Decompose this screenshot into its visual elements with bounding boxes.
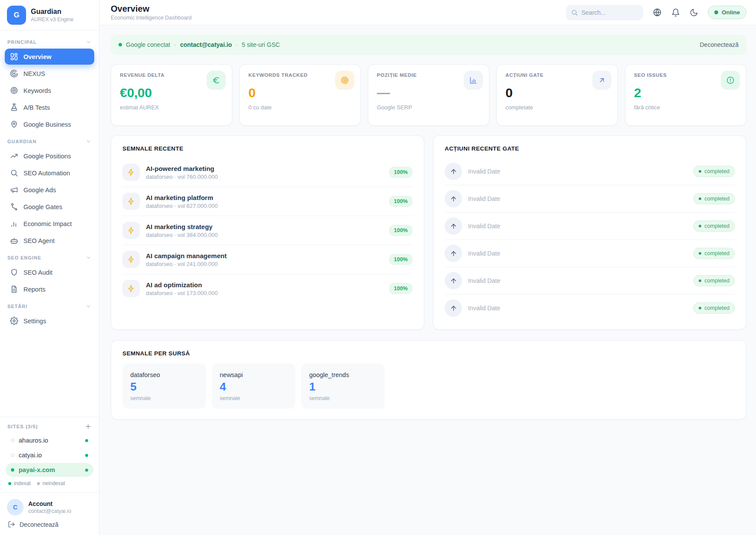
route-icon bbox=[10, 203, 18, 211]
panel-title: ACȚIUNI RECENTE GATE bbox=[445, 145, 735, 152]
bar-chart-icon bbox=[10, 220, 18, 228]
stat-sub: 0 cu date bbox=[248, 104, 352, 111]
signal-row[interactable]: AI campaign management dataforseo · vol … bbox=[122, 245, 413, 274]
gate-action-row[interactable]: Invalid Date completed bbox=[445, 213, 735, 240]
arrow-up-right-icon bbox=[592, 71, 611, 90]
signals-per-source-panel: SEMNALE PER SURSĂ dataforseo 5 semnale n… bbox=[111, 340, 746, 420]
topbar: Overview Economic Intelligence Dashboard bbox=[99, 0, 756, 25]
gate-action-date: Invalid Date bbox=[468, 250, 500, 257]
section-label: GUARDIAN bbox=[7, 139, 36, 144]
target-icon bbox=[10, 86, 18, 95]
signal-score-badge: 100% bbox=[389, 196, 413, 207]
arrow-up-icon bbox=[445, 190, 462, 207]
source-name: newsapi bbox=[220, 371, 287, 378]
arrow-up-icon bbox=[445, 245, 462, 262]
sidebar-item-nexus[interactable]: NEXUS bbox=[5, 66, 94, 82]
sidebar-item-label: SEO Audit bbox=[23, 269, 53, 276]
layout-grid-icon bbox=[10, 53, 18, 61]
trending-up-icon bbox=[10, 152, 18, 160]
sidebar-item-reports[interactable]: Reports bbox=[5, 281, 94, 297]
sidebar-item-label: Google Ads bbox=[23, 187, 56, 194]
banner-email[interactable]: contact@catyai.io bbox=[180, 41, 232, 48]
status-badge-completed: completed bbox=[693, 166, 735, 177]
sidebar-item-ab-tests[interactable]: A/B Tests bbox=[5, 99, 94, 115]
sidebar-item-overview[interactable]: Overview bbox=[5, 49, 94, 65]
signal-meta: dataforseo · vol 760.000.000 bbox=[146, 174, 218, 180]
signal-row[interactable]: AI ad optimization dataforseo · vol 173.… bbox=[122, 274, 413, 303]
search-input[interactable] bbox=[581, 9, 634, 16]
disconnect-button[interactable]: Deconectează bbox=[700, 41, 739, 48]
signal-row[interactable]: AI marketing strategy dataforseo · vol 3… bbox=[122, 216, 413, 245]
online-dot-icon bbox=[714, 10, 718, 14]
nav-section-guardian[interactable]: GUARDIAN bbox=[5, 133, 94, 148]
connected-dot-icon bbox=[119, 43, 122, 46]
stat-card-actiuni-gate: ACȚIUNI GATE 0 completate bbox=[496, 64, 618, 126]
stat-cards: REVENUE DELTA €0,00 estimat AUREX KEYWOR… bbox=[111, 64, 746, 126]
gate-action-row[interactable]: Invalid Date completed bbox=[445, 295, 735, 322]
gate-action-row[interactable]: Invalid Date completed bbox=[445, 158, 735, 185]
stat-sub: completate bbox=[505, 104, 609, 111]
nav-section-seo-engine[interactable]: SEO ENGINE bbox=[5, 249, 94, 264]
site-row-ahauros[interactable]: ahauros.io bbox=[6, 433, 93, 447]
sidebar-item-seo-automation[interactable]: SEO Automation bbox=[5, 165, 94, 181]
bell-icon[interactable] bbox=[671, 8, 680, 17]
globe-icon[interactable] bbox=[653, 8, 662, 17]
source-count: 4 bbox=[220, 380, 287, 394]
sidebar-item-label: A/B Tests bbox=[23, 104, 50, 111]
zap-icon bbox=[122, 164, 140, 181]
sidebar-item-economic-impact[interactable]: Economic Impact bbox=[5, 216, 94, 232]
sidebar-item-google-ads[interactable]: Google Ads bbox=[5, 182, 94, 198]
page-title: Overview bbox=[111, 4, 191, 13]
search-icon bbox=[571, 9, 578, 16]
completed-dot-icon bbox=[699, 225, 701, 227]
site-row-payai-x[interactable]: payai-x.com bbox=[6, 463, 93, 477]
indexed-dot-icon bbox=[85, 469, 88, 472]
arrow-up-icon bbox=[445, 272, 462, 289]
moon-icon[interactable] bbox=[690, 8, 698, 17]
legend-not-indexed-label: neindexat bbox=[43, 480, 65, 486]
source-card-newsapi: newsapi 4 semnale bbox=[212, 364, 295, 409]
chevron-down-icon bbox=[86, 303, 92, 309]
indexed-legend-dot-icon bbox=[8, 482, 11, 485]
panels-row: SEMNALE RECENTE AI-powered marketing dat… bbox=[111, 135, 746, 330]
banner-sites-text: 5 site-uri GSC bbox=[242, 41, 280, 48]
signal-row[interactable]: AI marketing platform dataforseo · vol 6… bbox=[122, 187, 413, 216]
status-badge-completed: completed bbox=[693, 275, 735, 286]
stat-card-keywords-tracked: KEYWORDS TRACKED 0 0 cu date bbox=[239, 64, 361, 126]
sites-section: SITES (3/5) ahauros.io catyai.io payai-x… bbox=[0, 417, 99, 492]
sidebar-item-google-positions[interactable]: Google Positions bbox=[5, 148, 94, 164]
gate-action-row[interactable]: Invalid Date completed bbox=[445, 240, 735, 267]
sidebar-item-settings[interactable]: Settings bbox=[5, 313, 94, 329]
nav-section-principal[interactable]: PRINCIPAL bbox=[5, 34, 94, 49]
status-badge[interactable]: Online bbox=[708, 6, 746, 19]
add-site-button[interactable] bbox=[85, 423, 92, 430]
signal-title: AI ad optimization bbox=[146, 281, 218, 289]
signal-row[interactable]: AI-powered marketing dataforseo · vol 76… bbox=[122, 158, 413, 187]
sidebar-item-label: Overview bbox=[23, 53, 52, 60]
sidebar-item-google-gates[interactable]: Google Gates bbox=[5, 199, 94, 215]
site-status-ring-icon bbox=[11, 468, 14, 472]
status-badge-completed: completed bbox=[693, 193, 735, 204]
sidebar-item-label: SEO Agent bbox=[23, 237, 55, 244]
gate-action-row[interactable]: Invalid Date completed bbox=[445, 267, 735, 295]
gate-action-date: Invalid Date bbox=[468, 195, 500, 202]
sidebar-item-label: Keywords bbox=[23, 87, 51, 94]
section-label: PRINCIPAL bbox=[7, 39, 36, 45]
search-box[interactable] bbox=[566, 5, 643, 20]
site-row-catyai[interactable]: catyai.io bbox=[6, 448, 93, 462]
sidebar-item-google-business[interactable]: Google Business bbox=[5, 116, 94, 132]
sidebar-item-seo-audit[interactable]: SEO Audit bbox=[5, 264, 94, 280]
content: Google conectat · contact@catyai.io · 5 … bbox=[99, 25, 756, 535]
nav-section-setari[interactable]: SETĂRI bbox=[5, 298, 94, 313]
account-row[interactable]: C Account contact@catyai.io bbox=[7, 499, 92, 515]
gate-action-row[interactable]: Invalid Date completed bbox=[445, 185, 735, 213]
signal-score-badge: 100% bbox=[389, 254, 413, 265]
signal-score-badge: 100% bbox=[389, 283, 413, 294]
stat-value: 0 bbox=[505, 85, 609, 100]
sidebar-item-seo-agent[interactable]: SEO Agent bbox=[5, 233, 94, 249]
signal-score-badge: 100% bbox=[389, 225, 413, 236]
sidebar-item-keywords[interactable]: Keywords bbox=[5, 82, 94, 98]
logout-button[interactable]: Deconectează bbox=[7, 515, 92, 531]
source-unit: semnale bbox=[220, 395, 287, 401]
main-area: Overview Economic Intelligence Dashboard bbox=[99, 0, 756, 535]
